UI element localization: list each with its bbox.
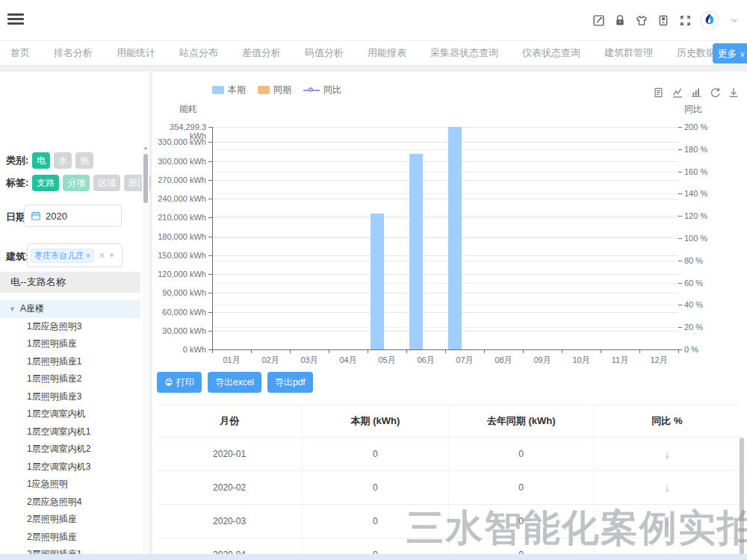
bar-chart-toggle-icon[interactable]	[690, 87, 702, 99]
cell-yoy: ↓	[595, 471, 740, 504]
tree-node-0[interactable]: 1层应急照明3	[0, 318, 140, 336]
tree-node-root[interactable]: ▼ A座楼	[0, 300, 140, 318]
export-excel-button[interactable]: 导出excel	[208, 372, 261, 393]
tab-item-8[interactable]: 仪表状态查询	[522, 41, 580, 66]
y-axis-tick-right-3	[678, 283, 682, 284]
tab-item-6[interactable]: 用能报表	[368, 41, 406, 66]
tree-node-2[interactable]: 1层照明插座1	[0, 353, 140, 371]
cell-last-year: 0	[449, 471, 595, 504]
legend-item-同期[interactable]: 同期	[258, 84, 291, 96]
tree-node-8[interactable]: 1层空调室内机3	[0, 458, 140, 476]
table-scrollbar[interactable]	[740, 438, 746, 560]
export-pdf-button[interactable]: 导出pdf	[267, 372, 313, 393]
tab-item-3[interactable]: 站点分布	[179, 41, 218, 66]
table-scrollbar-thumb[interactable]	[740, 438, 744, 560]
x-axis-tick-3	[329, 349, 329, 353]
gridline-left-4	[212, 274, 678, 275]
tab-item-4[interactable]: 差值分析	[242, 41, 281, 66]
y-axis-tick-right-5	[678, 238, 682, 239]
tab-item-1[interactable]: 排名分析	[54, 41, 93, 66]
tag-option-2[interactable]: 区域	[93, 175, 120, 191]
calendar-icon	[31, 211, 41, 221]
category-option-1[interactable]: 水	[54, 152, 72, 169]
table-header-row: 月份本期 (kWh)去年同期 (kWh)同比 %	[157, 405, 740, 438]
y-axis-tick-left-3	[208, 293, 212, 293]
tag-option-1[interactable]: 分项	[63, 175, 90, 191]
date-input[interactable]: 2020	[24, 205, 122, 227]
comparison-chart: 本期同期同比 能耗 同比 0 kWh	[152, 72, 747, 372]
log-icon[interactable]	[592, 13, 605, 27]
y-axis-tick-left-10	[208, 161, 212, 162]
tree-node-5[interactable]: 1层空调室内机	[0, 405, 140, 423]
tree-node-1[interactable]: 1层照明插座	[0, 335, 140, 353]
line-chart-toggle-icon[interactable]	[672, 87, 684, 99]
idcard-icon[interactable]: A	[657, 13, 670, 27]
y-axis-label-right-10: 200 %	[684, 122, 717, 131]
horizontal-scrollbar[interactable]	[0, 554, 747, 560]
tab-label: 码值分析	[305, 47, 344, 58]
x-axis-tick-1	[251, 349, 252, 353]
tree-expand-icon[interactable]: ▼	[9, 305, 16, 313]
x-axis-tick-6	[445, 349, 446, 353]
tab-item-7[interactable]: 采集器状态查询	[430, 41, 498, 66]
tab-label: 用能报表	[368, 47, 406, 58]
tab-label: 排名分析	[54, 47, 93, 58]
tab-item-9[interactable]: 建筑群管理	[604, 41, 653, 66]
legend-swatch-icon	[258, 86, 270, 94]
y-axis-line	[212, 127, 213, 349]
legend-item-本期[interactable]: 本期	[212, 84, 246, 96]
sidebar-scrollbar[interactable]: ▲ ▼	[142, 143, 149, 560]
select-dropdown-icon[interactable]: ▼	[108, 252, 115, 259]
select-clear-icon[interactable]: ✕	[99, 251, 105, 261]
y-axis-label-left-7: 210,000 kWh	[152, 213, 206, 222]
tree-node-12[interactable]: 2层照明插座	[0, 529, 140, 547]
tag-option-0[interactable]: 支路	[32, 175, 59, 191]
tab-item-2[interactable]: 用能统计	[117, 41, 155, 66]
gridline-right-5	[212, 238, 678, 239]
gridline-right-7	[212, 193, 678, 194]
tree-node-6[interactable]: 1层空调室内机1	[0, 423, 140, 441]
data-view-icon[interactable]	[653, 87, 665, 99]
print-button[interactable]: 打印	[157, 372, 202, 393]
building-select[interactable]: 枣庄市台儿庄 × ✕ ▼	[27, 243, 123, 267]
bar-current-05月[interactable]	[371, 214, 384, 349]
scroll-up-icon[interactable]: ▲	[142, 145, 149, 150]
refresh-icon[interactable]	[709, 87, 721, 99]
x-axis-tick-11	[639, 349, 640, 353]
tab-item-10[interactable]: 历史数据	[677, 41, 716, 66]
category-option-0[interactable]: 电	[32, 152, 50, 169]
legend-item-同比[interactable]: 同比	[303, 84, 341, 96]
download-icon[interactable]	[728, 87, 740, 99]
tree-node-10[interactable]: 2层应急照明4	[0, 494, 140, 511]
tab-item-5[interactable]: 码值分析	[305, 41, 344, 66]
hamburger-menu-icon[interactable]	[7, 11, 24, 28]
brand-logo[interactable]	[700, 10, 719, 30]
y-axis-label-left-12: 354,299.3 kWh	[152, 122, 206, 140]
x-axis-label-9: 10月	[562, 355, 601, 366]
tree-node-3[interactable]: 1层照明插座2	[0, 370, 140, 388]
y-axis-label-left-5: 150,000 kWh	[152, 251, 206, 260]
category-label: 类别:	[6, 154, 28, 167]
more-button[interactable]: 更多 ∨	[713, 43, 747, 63]
y-axis-label-right-0: 0 %	[684, 345, 717, 354]
lock-icon[interactable]	[613, 13, 627, 27]
bar-current-07月[interactable]	[448, 127, 462, 349]
y-axis-tick-right-8	[678, 172, 682, 172]
x-axis-tick-8	[523, 349, 524, 353]
tree-node-7[interactable]: 1层空调室内机2	[0, 441, 140, 458]
bar-current-06月[interactable]	[409, 154, 423, 349]
category-option-2[interactable]: 热	[75, 152, 93, 169]
tree-node-11[interactable]: 2层照明插座	[0, 511, 140, 529]
chevron-down-icon[interactable]	[728, 13, 741, 27]
fullscreen-icon[interactable]	[678, 13, 692, 27]
topbar-icon-group: A	[592, 7, 741, 33]
theme-icon[interactable]	[635, 13, 648, 27]
tree-node-9[interactable]: 1应急照明	[0, 476, 140, 494]
tree-node-4[interactable]: 1层照明插座3	[0, 388, 140, 406]
gridline-left-1	[212, 331, 678, 332]
y-axis-tick-left-11	[208, 142, 212, 143]
tab-item-0[interactable]: 首页	[10, 41, 30, 66]
building-tag-close-icon[interactable]: ×	[86, 252, 90, 260]
sidebar-scrollbar-thumb[interactable]	[143, 154, 148, 203]
y-axis-label-right-2: 40 %	[684, 300, 717, 309]
